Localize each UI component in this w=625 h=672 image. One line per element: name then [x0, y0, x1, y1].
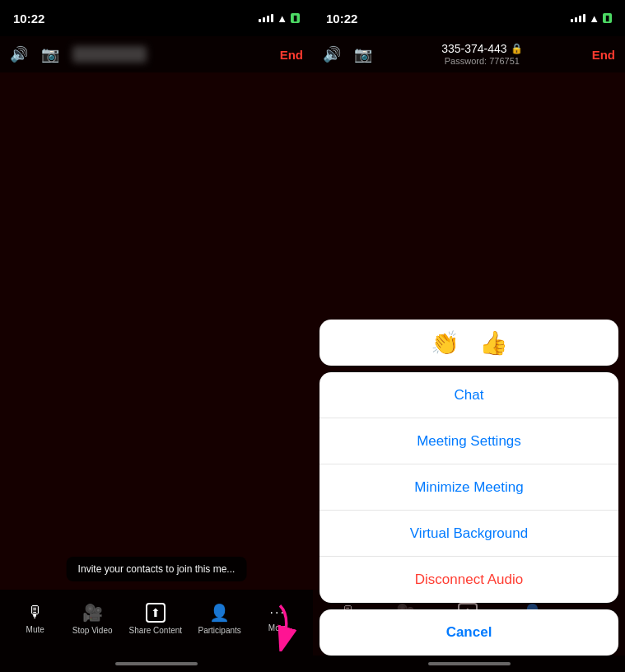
left-end-button[interactable]: End: [280, 48, 303, 62]
right-wifi-icon: ▲: [589, 12, 599, 25]
right-signal-icon: [571, 14, 585, 22]
lock-icon: 🔒: [511, 43, 523, 54]
virtual-background-menu-item[interactable]: Virtual Background: [319, 511, 618, 557]
left-top-left: 🔊 📷: [10, 45, 147, 63]
mute-icon: 🎙: [27, 603, 44, 622]
share-label: Share Content: [129, 626, 183, 635]
right-time: 10:22: [326, 12, 357, 26]
right-speaker-button[interactable]: 🔊: [323, 45, 341, 63]
video-icon: 🎥: [82, 603, 103, 623]
minimize-meeting-menu-item[interactable]: Minimize Meeting: [319, 464, 618, 511]
mute-label: Mute: [26, 625, 44, 634]
right-status-icons: ▲ ▮: [571, 12, 612, 25]
invite-tooltip: Invite your contacts to join this me...: [67, 557, 247, 581]
left-participants-button[interactable]: 👤 Participants: [198, 603, 241, 635]
meeting-id-text: 335-374-443: [441, 42, 506, 56]
left-video-area: [0, 72, 313, 590]
menu-group: Chat Meeting Settings Minimize Meeting V…: [319, 372, 618, 603]
left-mute-button[interactable]: 🎙 Mute: [15, 603, 56, 634]
left-stopvideo-button[interactable]: 🎥 Stop Video: [72, 603, 113, 635]
thumbsup-emoji[interactable]: 👍: [479, 329, 508, 357]
right-top-left: 🔊 📷: [323, 45, 372, 63]
participants-label: Participants: [198, 626, 241, 635]
right-home-indicator: [313, 656, 625, 672]
right-top-bar: 🔊 📷 335-374-443 🔒 Password: 776751 End: [313, 36, 625, 72]
clap-emoji[interactable]: 👏: [431, 329, 459, 357]
left-time: 10:22: [13, 12, 44, 26]
wifi-icon: ▲: [277, 12, 287, 25]
left-home-bar: [115, 662, 198, 665]
cancel-button[interactable]: Cancel: [319, 609, 618, 656]
left-top-bar: 🔊 📷 End: [0, 36, 313, 72]
signal-icon: [259, 14, 273, 22]
left-speaker-button[interactable]: 🔊: [10, 45, 28, 63]
meeting-id-bar: 335-374-443 🔒 Password: 776751: [441, 42, 522, 67]
disconnect-audio-menu-item[interactable]: Disconnect Audio: [319, 557, 618, 603]
participants-icon: 👤: [209, 603, 230, 623]
meeting-password: Password: 776751: [441, 56, 522, 67]
right-camera-button[interactable]: 📷: [354, 45, 372, 63]
left-camera-button[interactable]: 📷: [41, 45, 59, 63]
right-status-bar: 10:22 ▲ ▮: [313, 0, 625, 36]
left-share-button[interactable]: ⬆ Share Content: [129, 603, 183, 635]
meeting-settings-menu-item[interactable]: Meeting Settings: [319, 418, 618, 464]
emoji-row: 👏 👍: [319, 320, 618, 366]
right-battery-icon: ▮: [603, 13, 612, 23]
battery-icon: ▮: [291, 13, 300, 23]
right-panel: 10:22 ▲ ▮ 🔊 📷 335-374-443 🔒 Password: 77…: [313, 0, 625, 672]
chat-menu-item[interactable]: Chat: [319, 372, 618, 418]
left-status-icons: ▲ ▮: [259, 12, 300, 25]
share-icon: ⬆: [146, 603, 166, 623]
menu-overlay: 👏 👍 Chat Meeting Settings Minimize Meeti…: [319, 320, 618, 656]
left-meeting-name: [72, 46, 147, 63]
left-home-indicator: [0, 656, 313, 672]
right-home-bar: [428, 662, 511, 665]
left-status-bar: 10:22 ▲ ▮: [0, 0, 313, 36]
stopvideo-label: Stop Video: [72, 626, 113, 635]
right-end-button[interactable]: End: [592, 48, 615, 62]
left-panel: 10:22 ▲ ▮ 🔊 📷 End Invite your contacts t…: [0, 0, 313, 672]
